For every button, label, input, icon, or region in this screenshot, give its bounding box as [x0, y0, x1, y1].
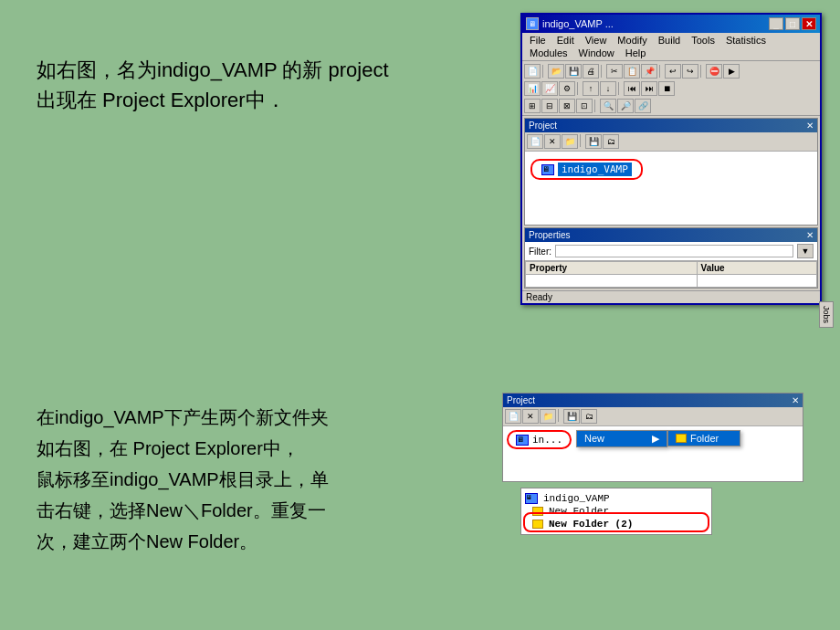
tb-btn-20[interactable]: ⊞: [524, 99, 541, 113]
project-selected-item[interactable]: indigo_VAMP: [558, 163, 632, 176]
project-panel-title: Project: [529, 121, 557, 131]
tb-btn-5[interactable]: ✂: [606, 64, 623, 79]
tb-btn-24[interactable]: 🔍: [600, 99, 616, 113]
ide-window: 🖥 indigo_VAMP ... _ □ ✕ File Edit View M…: [520, 13, 822, 305]
tb-btn-8[interactable]: ↩: [665, 64, 681, 79]
menu-tools[interactable]: Tools: [686, 34, 720, 47]
proj-tb-btn-4[interactable]: 💾: [585, 134, 602, 149]
minimize-button[interactable]: _: [769, 17, 783, 30]
bproj-tb-4[interactable]: 💾: [563, 409, 580, 424]
titlebar-left: 🖥 indigo_VAMP ...: [526, 17, 614, 30]
prop-col-value: Value: [697, 262, 816, 275]
tb-btn-15[interactable]: ↑: [583, 81, 599, 96]
tb-btn-10[interactable]: ⛔: [706, 64, 722, 79]
bottom-text-line4: 击右键，选择New＼Folder。重复一: [37, 495, 493, 526]
project-item-icon: 🖥: [541, 164, 554, 175]
folder2-label: New Folder (2): [549, 519, 633, 530]
result-proj-icon: 🖥: [525, 493, 538, 504]
toolbar-sep-6: [618, 82, 622, 95]
folder-icon: [676, 434, 687, 443]
toolbar-sep-5: [577, 82, 581, 95]
toolbar-sep-2: [601, 65, 604, 78]
prop-col-property: Property: [526, 262, 698, 275]
menu-modules[interactable]: Modules: [524, 47, 573, 59]
ide-menubar: File Edit View Modify Build Tools Statis…: [522, 33, 820, 61]
tb-btn-1[interactable]: 📄: [524, 64, 541, 79]
tb-btn-19[interactable]: ⏹: [658, 81, 675, 96]
tb-btn-6[interactable]: 📋: [624, 64, 640, 79]
toolbar-sep-4: [700, 65, 704, 78]
tb-btn-23[interactable]: ⊡: [576, 99, 593, 113]
bottom-proj-item-label[interactable]: in...: [532, 434, 562, 446]
bottom-project-panel-header: Project ✕: [503, 394, 803, 407]
close-button[interactable]: ✕: [802, 17, 816, 30]
bottom-text-line2: 如右图，在 Project Explorer中，: [37, 433, 493, 464]
prop-row: [526, 275, 817, 288]
tb-btn-9[interactable]: ↪: [682, 64, 698, 79]
tb-btn-12[interactable]: 📊: [524, 81, 541, 96]
properties-panel-close[interactable]: ✕: [806, 230, 814, 240]
tb-btn-17[interactable]: ⏮: [624, 81, 640, 96]
menu-build[interactable]: Build: [653, 34, 686, 47]
bproj-tb-3[interactable]: 📁: [540, 409, 556, 424]
menu-window[interactable]: Window: [573, 47, 620, 59]
bproj-tb-5[interactable]: 🗂: [581, 409, 597, 424]
tb-btn-7[interactable]: 📌: [641, 64, 657, 79]
context-menu-new-label: New: [584, 433, 604, 445]
menu-view[interactable]: View: [580, 34, 613, 47]
tb-btn-4[interactable]: 🖨: [583, 64, 599, 79]
menu-edit[interactable]: Edit: [551, 34, 580, 47]
menu-statistics[interactable]: Statistics: [720, 34, 772, 47]
bproj-tb-2[interactable]: ✕: [522, 409, 539, 424]
project-panel-header: Project ✕: [525, 119, 817, 132]
tb-btn-14[interactable]: ⚙: [559, 81, 575, 96]
status-text: Ready: [526, 292, 552, 302]
tb-btn-21[interactable]: ⊟: [541, 99, 558, 113]
prop-cell-property: [526, 275, 698, 288]
prop-cell-value: [697, 275, 816, 288]
tb-btn-3[interactable]: 💾: [565, 64, 582, 79]
bottom-project-close[interactable]: ✕: [792, 395, 799, 405]
submenu-folder-item[interactable]: Folder: [668, 431, 740, 446]
properties-panel-title: Properties: [529, 230, 571, 240]
submenu-folder-label: Folder: [690, 433, 719, 444]
result-item-folder1: New Folder: [525, 505, 708, 518]
folder2-icon: [532, 520, 543, 529]
project-panel: Project ✕ 📄 ✕ 📁 💾 🗂 🖥 indigo_VAMP: [524, 118, 818, 226]
menu-file[interactable]: File: [524, 34, 551, 47]
tb-btn-16[interactable]: ↓: [600, 81, 616, 96]
proj-tb-btn-5[interactable]: 🗂: [603, 134, 619, 149]
second-panel-area: Project ✕ 📄 ✕ 📁 💾 🗂 🖥 in... New ▶: [502, 393, 831, 535]
tb-btn-18[interactable]: ⏭: [641, 81, 657, 96]
tb-btn-11[interactable]: ▶: [723, 64, 740, 79]
filter-input[interactable]: [555, 245, 793, 257]
bottom-text-line5: 次，建立两个New Folder。: [37, 526, 493, 557]
context-menu-arrow: ▶: [652, 433, 659, 445]
proj-tb-btn-2[interactable]: ✕: [544, 134, 561, 149]
bottom-text-line1: 在indigo_VAMP下产生两个新文件夹: [37, 402, 493, 433]
result-item-project: 🖥 indigo_VAMP: [525, 492, 708, 505]
bproj-sep-1: [558, 409, 562, 422]
toolbar-sep-3: [659, 65, 663, 78]
menu-help[interactable]: Help: [620, 47, 652, 59]
jobs-tab[interactable]: Jobs: [819, 301, 834, 328]
filter-row: Filter: ▼: [525, 242, 817, 261]
tb-btn-2[interactable]: 📂: [548, 64, 564, 79]
menu-modify[interactable]: Modify: [612, 34, 652, 47]
proj-tb-btn-1[interactable]: 📄: [527, 134, 543, 149]
filter-btn[interactable]: ▼: [797, 244, 814, 258]
project-panel-close[interactable]: ✕: [806, 121, 814, 131]
context-menu-new-item[interactable]: New ▶: [577, 431, 667, 446]
proj-tb-btn-3[interactable]: 📁: [562, 134, 578, 149]
tb-btn-25[interactable]: 🔎: [617, 99, 634, 113]
tb-btn-26[interactable]: 🔗: [635, 99, 651, 113]
toolbar-row-1: 📄 📂 💾 🖨 ✂ 📋 📌 ↩ ↪ ⛔ ▶: [524, 63, 818, 79]
bproj-tb-1[interactable]: 📄: [505, 409, 521, 424]
ide-toolbar-area: 📄 📂 💾 🖨 ✂ 📋 📌 ↩ ↪ ⛔ ▶ 📊 📈 ⚙ ↑ ↓ ⏮ ⏭: [522, 61, 820, 116]
tb-btn-13[interactable]: 📈: [541, 81, 558, 96]
submenu: Folder: [667, 430, 740, 446]
tb-btn-22[interactable]: ⊠: [559, 99, 575, 113]
maximize-button[interactable]: □: [785, 17, 800, 30]
result-folders-container: 🖥 indigo_VAMP New Folder New Folder (2): [511, 488, 831, 535]
ide-window-title: indigo_VAMP ...: [542, 18, 614, 29]
